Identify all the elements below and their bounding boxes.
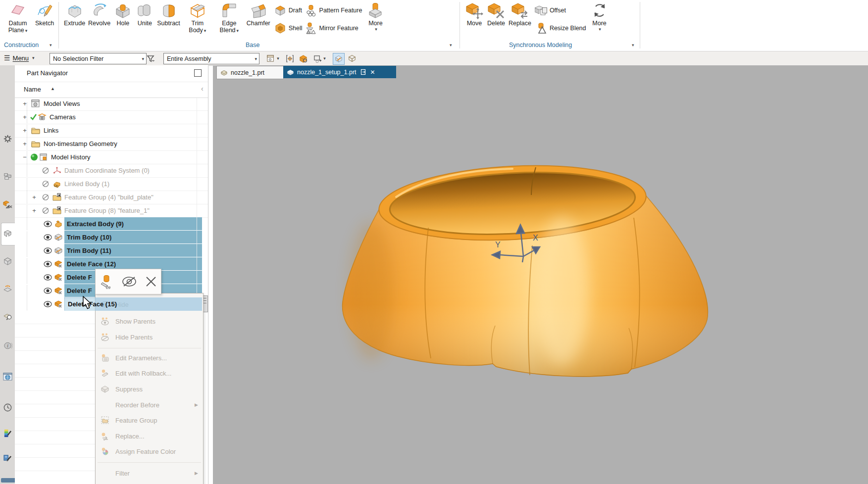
info-icon[interactable]: i [2, 340, 13, 351]
selection-filter-dropdown[interactable]: No Selection Filter ▾ [50, 53, 147, 64]
constraint-navigator-icon[interactable] [2, 199, 13, 210]
replace-face-button[interactable]: Replace [507, 0, 533, 27]
work-scope-dropdown[interactable]: Entire Assembly ▾ [163, 53, 259, 64]
move-button[interactable]: Move [463, 0, 485, 27]
web-browser-icon[interactable] [2, 371, 13, 382]
datum-plane-button[interactable]: Datum Plane▾ [2, 0, 34, 34]
base-more-button[interactable]: More ▾ [362, 0, 389, 32]
offset-region-button[interactable]: Offset [533, 1, 586, 19]
mirror-feature-button[interactable]: Mirror Feature [303, 19, 362, 37]
expand-icon[interactable]: + [22, 113, 27, 121]
delete-face-button[interactable]: Delete [485, 0, 507, 27]
name-column-header[interactable]: Name ▲ ‹ [15, 82, 208, 98]
hd3d-tools-icon[interactable] [2, 283, 13, 294]
close-tab-icon[interactable]: ✕ [370, 69, 375, 76]
history-icon[interactable] [2, 402, 13, 413]
part-navigator-icon[interactable] [2, 228, 13, 239]
menu-item-feature-group[interactable]: Feature Group [96, 413, 203, 428]
hidden-eye-icon[interactable] [42, 181, 50, 187]
visible-eye-icon[interactable] [44, 288, 52, 294]
visible-eye-icon[interactable] [44, 221, 52, 227]
visible-eye-icon[interactable] [44, 274, 52, 281]
hole-button[interactable]: Hole [112, 0, 134, 27]
process-studio-icon[interactable] [2, 428, 13, 438]
search-icon[interactable] [2, 310, 13, 321]
tab-nozzle-1[interactable]: nozzle_1.prt [216, 66, 284, 79]
tree-row-links[interactable]: + Links [15, 124, 208, 138]
visible-eye-icon[interactable] [44, 234, 52, 241]
menu-button[interactable]: ☰ Menu ▾ [4, 54, 35, 62]
wireframe-view-button[interactable] [347, 53, 357, 64]
hidden-eye-icon[interactable] [42, 167, 50, 174]
hidden-eye-icon[interactable] [42, 207, 50, 214]
sync-launcher-arrow[interactable]: ▾ [632, 43, 634, 48]
tab-nozzle-1-setup-1-active[interactable]: nozzle_1_setup_1.prt ✕ [283, 66, 396, 78]
graphics-window[interactable]: nozzle_1.prt nozzle_1_setup_1.prt ✕ [213, 65, 868, 484]
tree-row-cameras[interactable]: + Cameras [15, 110, 208, 124]
shell-button[interactable]: Shell [272, 19, 303, 37]
undock-panel-icon[interactable] [194, 69, 202, 77]
chamfer-button[interactable]: Chamfer [245, 0, 272, 27]
base-launcher-arrow[interactable]: ▾ [450, 43, 452, 48]
tree-row-model-history[interactable]: − Model History [15, 150, 208, 164]
measure-button[interactable]: ▾ [311, 53, 328, 64]
menu-item-assign-feature-color[interactable]: Assign Feature Color [96, 444, 203, 459]
menu-item-suppress[interactable]: Suppress [96, 382, 203, 397]
expand-icon[interactable]: + [32, 207, 37, 214]
visible-eye-icon[interactable] [44, 301, 52, 307]
resize-blend-button[interactable]: Resize Blend [533, 19, 586, 37]
trim-body-button[interactable]: Trim Body▾ [182, 0, 213, 34]
nozzle-model[interactable] [343, 159, 708, 377]
sync-more-button[interactable]: More ▾ [586, 0, 613, 32]
tree-row-extracted-body[interactable]: Extracted Body (9) [15, 217, 208, 231]
nozzle-model-canvas[interactable]: Y X [213, 78, 868, 484]
snap-point-button[interactable] [284, 53, 295, 64]
edge-blend-button[interactable]: Edge Blend▾ [213, 0, 245, 34]
tree-row-model-views[interactable]: + Model Views [15, 97, 208, 111]
view-layout-button[interactable]: ▾ [264, 53, 281, 64]
subtract-button[interactable]: Subtract [155, 0, 182, 27]
expand-icon[interactable]: + [32, 194, 37, 201]
expand-icon[interactable]: + [22, 140, 27, 147]
tree-row-feature-group-build-plate[interactable]: + Feature Group (4) "build_plate" [15, 191, 208, 204]
assembly-navigator-icon[interactable] [2, 171, 13, 182]
tree-row-trim-body-11[interactable]: Trim Body (11) [15, 244, 208, 258]
menu-item-edit-parameters[interactable]: Edit Parameters... [96, 351, 203, 366]
expand-icon[interactable]: + [22, 100, 27, 107]
hidden-eye-icon[interactable] [42, 194, 50, 200]
selection-filter-funnel-icon[interactable] [145, 53, 156, 64]
tree-row-linked-body[interactable]: Linked Body (1) [15, 177, 208, 191]
shaded-view-toggle[interactable] [333, 53, 345, 65]
point-dialog-button[interactable] [298, 53, 308, 64]
revolve-button[interactable]: Revolve [87, 0, 112, 27]
manage-views-icon[interactable] [2, 452, 13, 463]
menu-item-replace[interactable]: Replace... [96, 429, 203, 444]
extrude-button[interactable]: Extrude [62, 0, 87, 27]
visible-eye-icon[interactable] [44, 247, 52, 254]
visible-eye-icon[interactable] [44, 261, 52, 267]
tree-row-non-timestamp-geometry[interactable]: + Non-timestamp Geometry [15, 137, 208, 151]
expand-icon[interactable]: + [22, 127, 27, 134]
pattern-feature-button[interactable]: Pattern Feature [303, 1, 362, 19]
roles-gear-icon[interactable] [2, 133, 13, 144]
ribbon-separator [58, 2, 59, 48]
draft-button[interactable]: Draft [272, 1, 303, 19]
menu-item-hide-parents[interactable]: Hide Parents [96, 330, 203, 345]
hide-button[interactable] [121, 276, 137, 288]
menu-item-show-parents[interactable]: Show Parents [96, 314, 203, 329]
tree-row-trim-body-10[interactable]: Trim Body (10) [15, 231, 208, 244]
menu-item-reorder-before[interactable]: Reorder Before ▶ [96, 398, 203, 413]
tree-row-datum-csys[interactable]: Datum Coordinate System (0) [15, 164, 208, 178]
construction-launcher-arrow[interactable]: ▾ [50, 43, 52, 48]
delete-button[interactable] [145, 275, 157, 288]
sort-ascending-icon[interactable]: ▲ [51, 86, 55, 91]
sketch-button[interactable]: Sketch [34, 0, 55, 27]
menu-item-edit-with-rollback[interactable]: Edit with Rollback... [96, 366, 203, 381]
menu-item-filter[interactable]: Filter ▶ [96, 466, 203, 481]
tree-row-feature-group-feature-1[interactable]: + Feature Group (8) "feature_1" [15, 204, 208, 218]
column-scroll-chevron-icon[interactable]: ‹ [201, 85, 204, 93]
reuse-library-icon[interactable] [2, 256, 13, 267]
edit-parameters-button[interactable] [99, 274, 114, 289]
unite-button[interactable]: Unite [134, 0, 155, 27]
collapse-icon[interactable]: − [22, 153, 27, 161]
